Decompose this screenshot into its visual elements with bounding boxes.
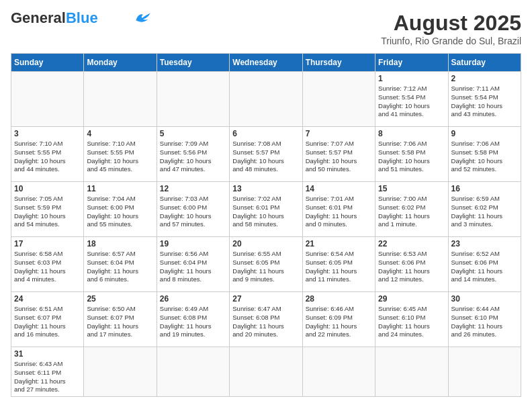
cell-info: Sunrise: 7:05 AM Sunset: 5:59 PM Dayligh… [14,195,81,229]
day-number: 24 [14,294,81,304]
day-number: 10 [14,184,81,193]
cell-info: Sunrise: 6:45 AM Sunset: 6:10 PM Dayligh… [378,305,445,339]
day-number: 27 [232,294,299,304]
day-number: 23 [451,239,518,248]
cell-info: Sunrise: 7:07 AM Sunset: 5:57 PM Dayligh… [306,140,372,174]
day-number: 28 [306,294,372,304]
calendar-cell: 12Sunrise: 7:03 AM Sunset: 6:00 PM Dayli… [157,182,229,237]
day-number: 16 [451,184,518,193]
calendar-cell: 7Sunrise: 7:07 AM Sunset: 5:57 PM Daylig… [302,127,375,182]
cell-info: Sunrise: 6:55 AM Sunset: 6:05 PM Dayligh… [232,250,299,284]
day-number: 7 [306,129,372,138]
day-number: 5 [160,129,226,138]
day-header-tuesday: Tuesday [157,54,229,72]
calendar-week-row: 24Sunrise: 6:51 AM Sunset: 6:07 PM Dayli… [11,292,521,347]
day-number: 26 [160,294,226,304]
day-number: 30 [451,294,518,304]
cell-info: Sunrise: 6:49 AM Sunset: 6:08 PM Dayligh… [160,305,226,339]
cell-info: Sunrise: 6:57 AM Sunset: 6:04 PM Dayligh… [87,250,153,284]
day-number: 18 [87,239,153,248]
cell-info: Sunrise: 6:51 AM Sunset: 6:07 PM Dayligh… [14,305,81,339]
calendar-cell: 13Sunrise: 7:02 AM Sunset: 6:01 PM Dayli… [230,182,302,237]
cell-info: Sunrise: 7:00 AM Sunset: 6:02 PM Dayligh… [378,195,445,229]
calendar-week-row: 1Sunrise: 7:12 AM Sunset: 5:54 PM Daylig… [11,72,521,127]
calendar-cell: 11Sunrise: 7:04 AM Sunset: 6:00 PM Dayli… [84,182,157,237]
cell-info: Sunrise: 6:52 AM Sunset: 6:06 PM Dayligh… [451,250,518,284]
cell-info: Sunrise: 6:56 AM Sunset: 6:04 PM Dayligh… [160,250,226,284]
calendar-cell: 1Sunrise: 7:12 AM Sunset: 5:54 PM Daylig… [375,72,448,127]
calendar-cell: 15Sunrise: 7:00 AM Sunset: 6:02 PM Dayli… [375,182,448,237]
day-number: 9 [451,129,518,138]
calendar-cell: 29Sunrise: 6:45 AM Sunset: 6:10 PM Dayli… [375,292,448,347]
calendar-cell: 31Sunrise: 6:43 AM Sunset: 6:11 PM Dayli… [11,347,84,397]
cell-info: Sunrise: 6:47 AM Sunset: 6:08 PM Dayligh… [232,305,299,339]
calendar-week-row: 17Sunrise: 6:58 AM Sunset: 6:03 PM Dayli… [11,237,521,292]
calendar-cell: 23Sunrise: 6:52 AM Sunset: 6:06 PM Dayli… [448,237,521,292]
calendar-cell: 25Sunrise: 6:50 AM Sunset: 6:07 PM Dayli… [84,292,157,347]
day-number: 12 [160,184,226,193]
logo-text: GeneralBlue [11,11,98,26]
calendar-cell [11,72,84,127]
day-number: 1 [378,74,445,83]
calendar-cell: 19Sunrise: 6:56 AM Sunset: 6:04 PM Dayli… [157,237,229,292]
day-header-wednesday: Wednesday [230,54,302,72]
calendar-cell [230,347,302,397]
cell-info: Sunrise: 7:06 AM Sunset: 5:58 PM Dayligh… [378,140,445,174]
calendar-cell: 18Sunrise: 6:57 AM Sunset: 6:04 PM Dayli… [84,237,157,292]
calendar-header-row: SundayMondayTuesdayWednesdayThursdayFrid… [11,54,521,72]
calendar-cell: 4Sunrise: 7:10 AM Sunset: 5:55 PM Daylig… [84,127,157,182]
calendar-cell: 27Sunrise: 6:47 AM Sunset: 6:08 PM Dayli… [230,292,302,347]
cell-info: Sunrise: 6:54 AM Sunset: 6:05 PM Dayligh… [306,250,372,284]
calendar-cell: 6Sunrise: 7:08 AM Sunset: 5:57 PM Daylig… [230,127,302,182]
cell-info: Sunrise: 7:04 AM Sunset: 6:00 PM Dayligh… [87,195,153,229]
day-number: 25 [87,294,153,304]
day-number: 8 [378,129,445,138]
calendar-cell [448,347,521,397]
day-number: 19 [160,239,226,248]
cell-info: Sunrise: 6:59 AM Sunset: 6:02 PM Dayligh… [451,195,518,229]
cell-info: Sunrise: 6:43 AM Sunset: 6:11 PM Dayligh… [14,360,81,394]
day-header-friday: Friday [375,54,448,72]
calendar-cell: 22Sunrise: 6:53 AM Sunset: 6:06 PM Dayli… [375,237,448,292]
day-number: 20 [232,239,299,248]
cell-info: Sunrise: 6:44 AM Sunset: 6:10 PM Dayligh… [451,305,518,339]
calendar-cell: 8Sunrise: 7:06 AM Sunset: 5:58 PM Daylig… [375,127,448,182]
logo-bird-icon [133,11,153,24]
page-header: GeneralBlue August 2025 Triunfo, Rio Gra… [11,11,521,46]
calendar-cell: 14Sunrise: 7:01 AM Sunset: 6:01 PM Dayli… [302,182,375,237]
location-subtitle: Triunfo, Rio Grande do Sul, Brazil [381,36,521,46]
day-number: 22 [378,239,445,248]
calendar-cell [375,347,448,397]
day-number: 21 [306,239,372,248]
calendar-table: SundayMondayTuesdayWednesdayThursdayFrid… [11,53,521,397]
day-number: 3 [14,129,81,138]
cell-info: Sunrise: 7:10 AM Sunset: 5:55 PM Dayligh… [14,140,81,174]
calendar-cell [230,72,302,127]
day-number: 13 [232,184,299,193]
calendar-cell: 21Sunrise: 6:54 AM Sunset: 6:05 PM Dayli… [302,237,375,292]
calendar-cell: 2Sunrise: 7:11 AM Sunset: 5:54 PM Daylig… [448,72,521,127]
calendar-week-row: 10Sunrise: 7:05 AM Sunset: 5:59 PM Dayli… [11,182,521,237]
cell-info: Sunrise: 7:09 AM Sunset: 5:56 PM Dayligh… [160,140,226,174]
cell-info: Sunrise: 6:58 AM Sunset: 6:03 PM Dayligh… [14,250,81,284]
calendar-cell [302,72,375,127]
cell-info: Sunrise: 7:08 AM Sunset: 5:57 PM Dayligh… [232,140,299,174]
cell-info: Sunrise: 7:03 AM Sunset: 6:00 PM Dayligh… [160,195,226,229]
cell-info: Sunrise: 7:11 AM Sunset: 5:54 PM Dayligh… [451,85,518,119]
calendar-cell [157,347,229,397]
calendar-cell: 16Sunrise: 6:59 AM Sunset: 6:02 PM Dayli… [448,182,521,237]
calendar-cell: 17Sunrise: 6:58 AM Sunset: 6:03 PM Dayli… [11,237,84,292]
day-number: 2 [451,74,518,83]
calendar-cell: 5Sunrise: 7:09 AM Sunset: 5:56 PM Daylig… [157,127,229,182]
cell-info: Sunrise: 7:01 AM Sunset: 6:01 PM Dayligh… [306,195,372,229]
day-header-thursday: Thursday [302,54,375,72]
day-number: 31 [14,349,81,359]
calendar-cell: 9Sunrise: 7:06 AM Sunset: 5:58 PM Daylig… [448,127,521,182]
cell-info: Sunrise: 7:06 AM Sunset: 5:58 PM Dayligh… [451,140,518,174]
calendar-cell: 20Sunrise: 6:55 AM Sunset: 6:05 PM Dayli… [230,237,302,292]
calendar-cell [84,72,157,127]
cell-info: Sunrise: 7:12 AM Sunset: 5:54 PM Dayligh… [378,85,445,119]
calendar-cell: 30Sunrise: 6:44 AM Sunset: 6:10 PM Dayli… [448,292,521,347]
calendar-cell [84,347,157,397]
cell-info: Sunrise: 6:50 AM Sunset: 6:07 PM Dayligh… [87,305,153,339]
